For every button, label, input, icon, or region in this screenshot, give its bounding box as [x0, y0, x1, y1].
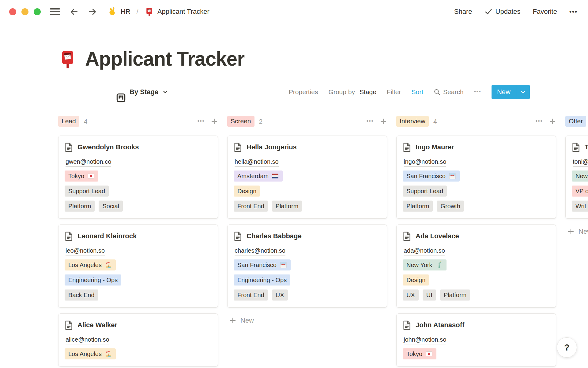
page-icon	[234, 143, 242, 152]
add-card-button[interactable]: New	[565, 224, 588, 239]
japan-flag-icon	[425, 350, 433, 358]
column-count: 4	[433, 118, 437, 125]
breadcrumb-separator: /	[137, 8, 138, 16]
card-toni[interactable]: T toni@ New VP o Writ	[565, 136, 588, 219]
close-window-button[interactable]	[9, 8, 16, 15]
postbox-icon	[145, 7, 154, 16]
plus-icon	[229, 317, 236, 324]
location-tag: San Francisco	[234, 259, 291, 270]
role-tag: Engineering - Ops	[234, 274, 290, 286]
group-by-label: Group by	[329, 88, 355, 96]
page-title: Applicant Tracker	[85, 48, 244, 71]
toolbar-divider	[29, 104, 588, 104]
card-gwendolyn-brooks[interactable]: Gwendolyn Brooks gwen@notion.co Tokyo Su…	[58, 136, 218, 219]
team-tag: Social	[99, 201, 123, 212]
zoom-window-button[interactable]	[34, 8, 41, 15]
forward-arrow-icon[interactable]	[88, 7, 97, 17]
role-tag: Design	[234, 186, 260, 197]
location-tag: Tokyo	[403, 348, 436, 359]
properties-button[interactable]: Properties	[289, 88, 318, 96]
page-icon	[403, 143, 411, 152]
card-charles-babbage[interactable]: Charles Babbage charles@notion.so San Fr…	[227, 224, 387, 308]
card-title: Ingo Maurer	[416, 143, 454, 151]
card-ingo-maurer[interactable]: Ingo Maurer ingo@notion.so San Francisco…	[396, 136, 556, 219]
window-controls	[9, 8, 41, 15]
new-button[interactable]: New	[492, 85, 530, 99]
team-tag: Platform	[65, 201, 95, 212]
column-count: 4	[84, 118, 88, 125]
netherlands-flag-icon	[272, 172, 279, 180]
victory-hand-icon	[108, 7, 117, 16]
page-icon	[65, 143, 73, 152]
card-email-link[interactable]: hella@notion.so	[235, 158, 279, 167]
postbox-icon[interactable]	[58, 50, 77, 69]
breadcrumb: HR / Applicant Tracker	[108, 7, 209, 16]
team-tag: Platform	[403, 201, 433, 212]
column-add-icon[interactable]	[380, 118, 387, 125]
team-tag: Front End	[234, 201, 268, 212]
back-arrow-icon[interactable]	[69, 7, 79, 17]
location-tag: Los Angeles	[65, 348, 116, 359]
share-button[interactable]: Share	[454, 8, 472, 16]
card-email-link[interactable]: leo@notion.so	[66, 247, 105, 255]
page-icon	[572, 143, 580, 152]
add-card-label: New	[579, 228, 588, 236]
card-john-atanasoff[interactable]: John Atanasoff john@notion.so Tokyo	[396, 313, 556, 366]
page-icon	[234, 232, 242, 241]
breadcrumb-workspace[interactable]: HR	[121, 8, 130, 16]
updates-button[interactable]: Updates	[484, 8, 521, 16]
column-add-icon[interactable]	[211, 118, 218, 125]
card-ada-lovelace[interactable]: Ada Lovelace ada@notion.so New York Desi…	[396, 224, 556, 308]
role-tag: VP o	[572, 186, 588, 197]
card-email-link[interactable]: alice@notion.so	[66, 336, 109, 344]
view-switcher[interactable]: By Stage	[58, 82, 168, 102]
role-tag: Support Lead	[403, 186, 447, 197]
column-title[interactable]: Screen	[227, 116, 254, 126]
add-card-button[interactable]: New	[227, 313, 387, 328]
column-title[interactable]: Lead	[58, 116, 79, 126]
breadcrumb-page[interactable]: Applicant Tracker	[157, 8, 209, 16]
column-title[interactable]: Offer	[565, 116, 586, 126]
group-by-value: Stage	[360, 88, 376, 96]
card-email-link[interactable]: ada@notion.so	[404, 247, 445, 255]
search-button[interactable]: Search	[434, 88, 464, 96]
board-view-icon	[58, 93, 126, 102]
add-card-label: New	[240, 316, 254, 324]
card-title: Alice Walker	[77, 321, 117, 329]
column-title[interactable]: Interview	[396, 116, 429, 126]
card-email-link[interactable]: toni@	[573, 158, 588, 167]
new-button-chevron-icon[interactable]	[516, 85, 530, 99]
card-email-link[interactable]: john@notion.so	[404, 336, 446, 344]
group-by-button[interactable]: Group by Stage	[329, 88, 376, 96]
column-header: Interview 4 •••	[396, 116, 556, 127]
team-tag: Platform	[272, 201, 302, 212]
sort-button[interactable]: Sort	[412, 88, 424, 96]
page-icon	[403, 232, 411, 241]
board-column-screen: Screen 2 ••• Hella Jongerius hella@notio…	[227, 116, 387, 328]
team-tag: Back End	[65, 289, 98, 301]
column-more-icon[interactable]: •••	[367, 118, 374, 125]
view-more-options-icon[interactable]: •••	[474, 89, 481, 95]
more-options-icon[interactable]: •••	[569, 8, 578, 15]
new-button-label[interactable]: New	[492, 85, 516, 99]
san-francisco-icon	[449, 172, 456, 180]
card-email-link[interactable]: charles@notion.so	[235, 247, 285, 255]
column-more-icon[interactable]: •••	[536, 118, 543, 125]
card-email-link[interactable]: gwen@notion.co	[66, 158, 111, 167]
japan-flag-icon	[87, 172, 95, 180]
location-tag: New York	[403, 259, 447, 270]
card-alice-walker[interactable]: Alice Walker alice@notion.so Los Angeles	[58, 313, 218, 366]
filter-button[interactable]: Filter	[387, 88, 401, 96]
card-leonard-kleinrock[interactable]: Leonard Kleinrock leo@notion.so Los Ange…	[58, 224, 218, 308]
column-count: 2	[259, 118, 263, 125]
minimize-window-button[interactable]	[21, 8, 28, 15]
column-add-icon[interactable]	[549, 118, 556, 125]
sidebar-toggle-icon[interactable]	[50, 7, 60, 17]
card-title: Gwendolyn Brooks	[77, 143, 139, 151]
help-button[interactable]: ?	[557, 337, 577, 358]
statue-of-liberty-icon	[435, 261, 443, 269]
column-more-icon[interactable]: •••	[198, 118, 205, 125]
card-email-link[interactable]: ingo@notion.so	[404, 158, 446, 167]
card-hella-jongerius[interactable]: Hella Jongerius hella@notion.so Amsterda…	[227, 136, 387, 219]
favorite-button[interactable]: Favorite	[533, 8, 557, 16]
